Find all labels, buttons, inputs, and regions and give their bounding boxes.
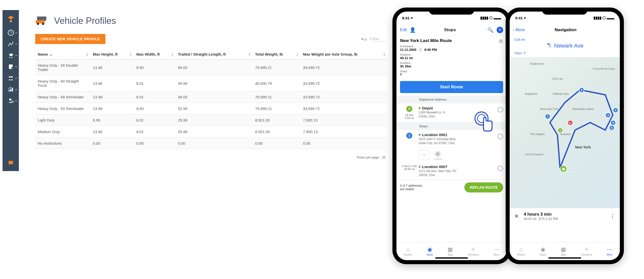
- svg-point-6: [9, 98, 11, 101]
- visit-count: 0 of 7 addressesare visited: [400, 184, 422, 191]
- tab-map[interactable]: ▦Map: [448, 246, 453, 256]
- search-icon[interactable]: 🔍: [487, 27, 494, 33]
- navigation-step: 0.05 mi ↰ Newark Ave Then↱: [510, 36, 620, 57]
- table-row[interactable]: Heavy Duty - 28 Double Trailer13.488.505…: [35, 60, 387, 75]
- tab-stops[interactable]: ◉Stops: [426, 246, 433, 256]
- hand-cursor-icon: [474, 111, 497, 134]
- steering-wheel-icon[interactable]: [498, 134, 503, 139]
- table-row[interactable]: No restrictions0.000.000.000.000.00: [35, 138, 387, 149]
- more-icon[interactable]: ⋮: [610, 213, 615, 220]
- gear-icon[interactable]: ⚙: [499, 38, 503, 44]
- home-indicator[interactable]: [548, 257, 581, 259]
- svg-point-7: [12, 101, 13, 103]
- filter-icon[interactable]: ▾🜁: [361, 36, 368, 42]
- route-name: New York Last Mile Route: [400, 38, 503, 43]
- svg-point-11: [42, 23, 44, 25]
- pagination: Rows per page: 25: [35, 155, 387, 159]
- sidebar-team[interactable]: ▶: [3, 72, 19, 84]
- column-header[interactable]: Name▲▲▼: [35, 49, 90, 60]
- visited-row: + ◉Visited: [396, 148, 507, 162]
- start-route-button[interactable]: Start Route: [400, 81, 503, 93]
- main-content: Vehicle Profiles CREATE NEW VEHICLE PROF…: [35, 15, 387, 159]
- sidebar-orders[interactable]: ▶: [3, 50, 19, 61]
- screen-title: Navigation: [515, 27, 616, 32]
- close-icon[interactable]: ✕: [514, 213, 519, 220]
- table-row[interactable]: Heavy Duty - 53 Semitrailer13.488.5052.9…: [35, 103, 387, 114]
- column-header[interactable]: Trailed / Straight Length, ft▲▼: [175, 49, 253, 60]
- stop-row-2[interactable]: 1 hour 1 min19.81 mi Location 0007 2121 …: [396, 162, 507, 180]
- route-path: [510, 57, 620, 208]
- wifi-icon: ⬡: [489, 16, 493, 20]
- logo-icon: [7, 15, 15, 23]
- rows-per-page-value[interactable]: 25: [382, 155, 385, 159]
- steering-wheel-icon[interactable]: [498, 107, 503, 112]
- tab-more[interactable]: ⋯More: [494, 246, 499, 256]
- tab-routes[interactable]: ⌂Routes: [404, 246, 412, 256]
- turn-icon: ↰: [546, 42, 552, 49]
- vehicle-profile-table: Name▲▲▼Max Height, ft▲▼Max Width, ft▲▼Tr…: [35, 49, 387, 149]
- tab-routes[interactable]: ⌂Routes: [517, 246, 525, 256]
- duration: 4 hours 3 min: [524, 212, 558, 217]
- tab-directions[interactable]: ✧Directions: [468, 246, 479, 256]
- table-row[interactable]: Medium Duty13.488.0125.988,501.037,500.1…: [35, 126, 387, 138]
- navigation-summary: ✕ 4 hours 3 min 44.02 miETA 1:32 PM ⋮: [510, 208, 620, 224]
- column-header[interactable]: Max Weight per Axle Group, lb▲▼: [300, 49, 387, 60]
- departure-label: Departure Address:: [396, 96, 507, 103]
- edit-button[interactable]: Edit: [400, 28, 407, 32]
- vehicle-icon: [35, 15, 49, 26]
- signal-icon: ▮▮▮▮: [480, 16, 488, 20]
- tab-directions[interactable]: ✧Directions: [581, 246, 592, 256]
- steering-wheel-icon[interactable]: [498, 166, 503, 171]
- turn-right-icon: ↱: [523, 51, 526, 55]
- sidebar-settings[interactable]: ▶: [3, 95, 19, 106]
- clock-icon: 🕐: [418, 48, 422, 52]
- svg-point-4: [9, 76, 11, 78]
- column-header[interactable]: Max Width, ft▲▼: [134, 49, 175, 60]
- rows-per-page-label: Rows per page:: [357, 155, 380, 159]
- add-note-icon[interactable]: +: [419, 150, 429, 160]
- svg-point-5: [11, 76, 13, 78]
- phone-navigation-mockup: 9:41➤ ▮▮▮▮⬡▬▬ ‹ More Navigation 0.05 mi …: [506, 8, 624, 264]
- phone-stops-mockup: 9:41➤ ▮▮▮▮⬡▬▬ Edit 👤 Stops 🔍 + ⚙ New Yor…: [392, 8, 511, 264]
- column-header[interactable]: Total Weight, lb▲▼: [253, 49, 300, 60]
- nav-bar: Edit 👤 Stops 🔍 +: [396, 24, 507, 36]
- sidebar-addressbook[interactable]: ▶: [3, 61, 19, 72]
- person-icon[interactable]: 👤: [410, 27, 416, 33]
- route-header: ⚙ New York Last Mile Route Scheduled: 11…: [396, 36, 507, 78]
- svg-point-10: [37, 23, 39, 25]
- column-header[interactable]: Max Height, ft▲▼: [90, 49, 134, 60]
- battery-icon: ▬▬: [494, 16, 501, 20]
- sidebar-routes[interactable]: ▶: [3, 38, 19, 50]
- screen-title: Stops: [416, 27, 484, 32]
- table-row[interactable]: Heavy Duty - 40 Straight Truck13.488.013…: [35, 75, 387, 91]
- location-arrow-icon: ➤: [411, 16, 413, 20]
- sidebar-help[interactable]: ?▶: [3, 27, 19, 38]
- add-icon[interactable]: +: [497, 27, 503, 33]
- home-indicator[interactable]: [435, 257, 468, 259]
- tab-more[interactable]: ⋯More: [607, 246, 613, 256]
- create-profile-button[interactable]: CREATE NEW VEHICLE PROFILE: [35, 34, 105, 44]
- fingerprint-icon[interactable]: ◉Visited: [433, 149, 443, 161]
- svg-text:?: ?: [10, 30, 12, 35]
- svg-point-3: [11, 67, 13, 69]
- navigation-map[interactable]: Englewood Fort Lee Ridgefield Cliffside …: [510, 57, 620, 208]
- replan-route-button[interactable]: REPLAN ROUTE: [464, 182, 503, 192]
- tab-stops[interactable]: ◉Stops: [540, 246, 546, 256]
- sidebar-nav: ?▶ ▶ ▶ ▶ ▶ ▶ ▶: [3, 10, 19, 171]
- page-title: Vehicle Profiles: [54, 16, 116, 26]
- filter-input[interactable]: [370, 36, 387, 42]
- table-row[interactable]: Heavy Duty - 48 Semitrailer13.488.0148.0…: [35, 91, 387, 103]
- bottom-action-bar: 0 of 7 addressesare visited REPLAN ROUTE: [396, 180, 507, 195]
- sidebar-chat[interactable]: [3, 157, 19, 169]
- svg-rect-8: [37, 17, 46, 21]
- tab-map[interactable]: ▦Map: [561, 246, 566, 256]
- table-row[interactable]: Light Duty6.998.0125.988,501.037,500.13: [35, 114, 387, 126]
- sidebar-analytics[interactable]: ▶: [3, 84, 19, 95]
